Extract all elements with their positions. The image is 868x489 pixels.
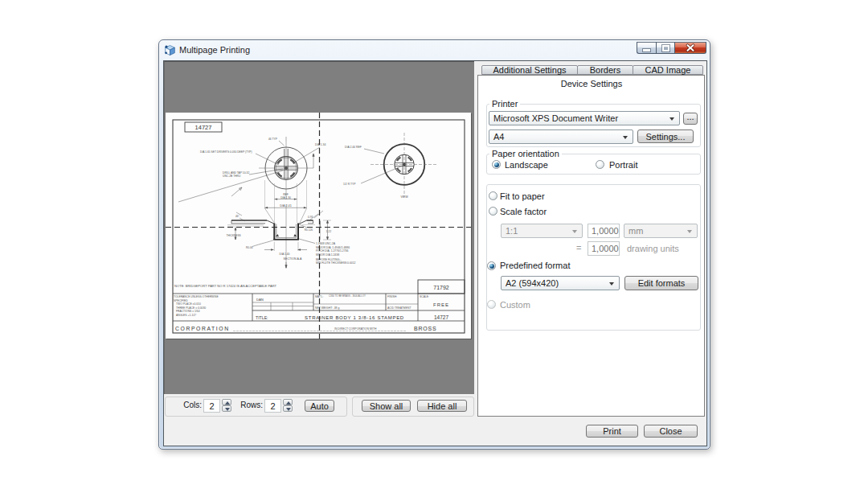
svg-text:71792: 71792 <box>433 285 449 290</box>
svg-text:CORPORATION: CORPORATION <box>175 326 230 331</box>
svg-text:0.93: 0.93 <box>308 216 313 219</box>
svg-text:FRACTIONS ± 1/64: FRACTIONS ± 1/64 <box>176 310 200 313</box>
svg-text:DIA 1.40: DIA 1.40 <box>279 253 289 256</box>
svg-text:IN DIRECT CORPORATION WITH: IN DIRECT CORPORATION WITH <box>334 327 377 331</box>
svg-text:UNC-2B THRU: UNC-2B THRU <box>223 175 241 178</box>
svg-text:DIA 2.44 REF: DIA 2.44 REF <box>345 146 362 149</box>
svg-text:DRILL AND TAP 10-32: DRILL AND TAP 10-32 <box>223 171 249 175</box>
svg-text:DIA 1.30: DIA 1.30 <box>280 196 291 199</box>
svg-text:TITLE:: TITLE: <box>256 315 268 320</box>
svg-text:DIA 1.34: DIA 1.34 <box>315 143 326 146</box>
svg-text:BROSS: BROSS <box>414 326 437 331</box>
svg-text:1.22: 1.22 <box>326 230 332 233</box>
svg-text:46 TYP: 46 TYP <box>268 138 278 141</box>
svg-text:VIEW: VIEW <box>400 195 408 199</box>
svg-text:DIA 1.65 SET DRIVER'S 0.030 DE: DIA 1.65 SET DRIVER'S 0.030 DEEP (TYP) <box>200 150 252 154</box>
svg-text:PITCH DIA. 1.2776/1.2736: PITCH DIA. 1.2776/1.2736 <box>316 249 348 253</box>
svg-text:1/2 R TYP: 1/2 R TYP <box>343 183 356 186</box>
svg-text:SCALE:: SCALE: <box>420 295 429 298</box>
svg-text:1.3848 UNC-2A: 1.3848 UNC-2A <box>316 242 336 245</box>
svg-text:14727: 14727 <box>195 124 212 131</box>
svg-text:R0.126: R0.126 <box>305 228 313 232</box>
svg-text:NOTE: BRIDGEPORT PART NO R 174: NOTE: BRIDGEPORT PART NO R 17424 IS AN A… <box>174 284 277 288</box>
svg-text:NET WEIGHT: .38 g: NET WEIGHT: .38 g <box>315 306 339 310</box>
svg-text:14727: 14727 <box>434 314 448 320</box>
svg-text:DIA 2.41: DIA 2.41 <box>280 204 292 208</box>
svg-text:FREE: FREE <box>433 302 449 307</box>
svg-text:SPECIFIED: SPECIFIED <box>174 299 188 302</box>
svg-text:FINISH:: FINISH: <box>387 295 397 298</box>
svg-text:THICKNESS: THICKNESS <box>227 234 241 237</box>
svg-text:TOLERANCE UNLESS OTHERWISE: TOLERANCE UNLESS OTHERWISE <box>174 295 219 298</box>
svg-text:THREE PLACE ± 0.0030: THREE PLACE ± 0.0030 <box>176 306 206 310</box>
svg-text:R0.06: R0.06 <box>246 246 253 249</box>
svg-text:ACID TREATMENT: ACID TREATMENT <box>387 306 411 310</box>
svg-text:SECTION A-A: SECTION A-A <box>284 257 302 261</box>
svg-text:MAT'L:: MAT'L: <box>315 295 323 298</box>
svg-text:MAJOR DIA. 1.4946/1.4886: MAJOR DIA. 1.4946/1.4886 <box>316 246 350 249</box>
svg-text:C360 TO BE BRASS - 3600 ALLOY: C360 TO BE BRASS - 3600 ALLOY <box>329 294 366 298</box>
svg-text:46°: 46° <box>235 215 240 218</box>
svg-text:TWO PLACE ±0.010: TWO PLACE ±0.010 <box>176 302 201 306</box>
svg-text:ANGLES +1-1/2°: ANGLES +1-1/2° <box>176 314 197 317</box>
svg-text:DAN: DAN <box>256 298 264 302</box>
svg-text:MIN FLUTE THICKNESS 0.0012: MIN FLUTE THICKNESS 0.0012 <box>316 261 356 265</box>
